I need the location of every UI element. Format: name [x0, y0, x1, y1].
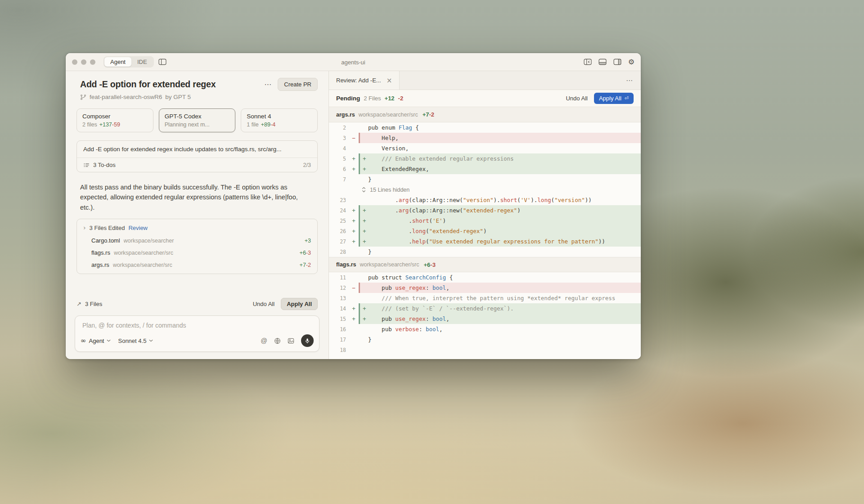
desktop-background: Agent IDE agents-ui ⚙ — [0, 0, 864, 504]
agent-summary: All tests pass and the binary builds suc… — [76, 182, 318, 212]
files-edited-label: 3 Files Edited — [90, 225, 125, 231]
model-name: Sonnet 4 — [247, 113, 312, 120]
app-window: Agent IDE agents-ui ⚙ — [66, 53, 641, 359]
todos-row[interactable]: 3 To-dos 2/3 — [77, 158, 317, 172]
create-pr-button[interactable]: Create PR — [278, 78, 318, 91]
review-menu-button[interactable]: ⋯ — [618, 71, 641, 90]
undo-all-button[interactable]: Undo All — [253, 301, 274, 307]
edited-file-row[interactable]: args.rs workspace/searcher/src +7-2 — [77, 259, 317, 271]
arrow-up-right-icon: ↗ — [76, 301, 81, 307]
diff-line: 25++ .short('E') — [329, 216, 641, 226]
diff-line: 14++ /// (set by `-E` / `--extended-rege… — [329, 303, 641, 314]
mention-at-icon[interactable]: @ — [261, 337, 267, 344]
diff-line: 2pub enum Flag { — [329, 122, 641, 133]
file-diff-stats: +7-2 — [300, 262, 311, 268]
review-undo-all-button[interactable]: Undo All — [566, 95, 587, 102]
model-status: Planning next m... — [165, 122, 210, 128]
agent-panel: Add -E option for extended regex ⋯ Creat… — [66, 71, 329, 359]
hidden-lines-expander[interactable]: 15 Lines hidden — [329, 184, 641, 195]
traffic-light-close[interactable] — [72, 59, 77, 65]
pending-removed: -2 — [398, 95, 404, 102]
review-apply-all-button[interactable]: Apply All ⏎ — [594, 93, 634, 104]
pending-added: +12 — [385, 95, 395, 102]
diff-line: 15++ pub use_regex: bool, — [329, 314, 641, 324]
panel-left-collapse-icon[interactable] — [584, 58, 592, 65]
diff-line: 27++ .help("Use extended regular express… — [329, 236, 641, 247]
infinity-icon: ∞ — [81, 337, 86, 345]
diff-line: 11pub struct SearchConfig { — [329, 272, 641, 283]
diff-line: 6++ ExtendedRegex, — [329, 164, 641, 174]
model-name: Composer — [82, 113, 148, 120]
microphone-icon — [305, 338, 310, 344]
edited-file-row[interactable]: flags.rs workspace/searcher/src +6-3 — [77, 247, 317, 259]
model-selector[interactable]: Sonnet 4.5 — [118, 338, 153, 344]
review-tabbar: Review: Add -E... × ⋯ — [329, 71, 641, 90]
review-panel: Review: Add -E... × ⋯ Pending 2 Files +1… — [329, 71, 641, 359]
diff-line: 12− pub use_regex: bool, — [329, 283, 641, 293]
file-diff-stats: +6-3 — [300, 250, 311, 256]
sidebar-toggle-icon[interactable] — [158, 58, 166, 65]
edited-file-row[interactable]: Cargo.toml workspace/searcher +3 — [77, 234, 317, 247]
model-cards: Composer 2 files +137-59 GPT-5 Codex Pla… — [66, 100, 328, 132]
titlebar-actions: ⚙ — [584, 58, 634, 66]
diff-line: 13 /// When true, interpret the pattern … — [329, 293, 641, 303]
mode-selector[interactable]: ∞ Agent — [81, 337, 111, 345]
tab-review-title: Review: Add -E... — [336, 77, 381, 84]
composer-input[interactable] — [75, 316, 319, 331]
panel-bottom-icon[interactable] — [598, 58, 607, 65]
traffic-light-minimize[interactable] — [81, 59, 86, 65]
settings-gear-icon[interactable]: ⚙ — [628, 58, 634, 66]
diff-file-header[interactable]: flags.rsworkspace/searcher/src+6-3 — [329, 257, 641, 272]
globe-icon[interactable] — [274, 338, 281, 344]
diff-line: 24++ .arg(clap::Arg::new("extended-regex… — [329, 205, 641, 216]
close-tab-icon[interactable]: × — [387, 76, 392, 85]
file-diff-stats: +6-3 — [423, 261, 435, 268]
apply-all-button[interactable]: Apply All — [281, 298, 318, 310]
review-link[interactable]: Review — [128, 225, 148, 231]
panel-right-icon[interactable] — [613, 58, 621, 65]
branch-row: feat-parallel-search-oswR6 by GPT 5 — [76, 94, 318, 100]
traffic-light-zoom[interactable] — [90, 59, 95, 65]
model-card-sonnet-4[interactable]: Sonnet 4 1 file +89-4 — [241, 108, 318, 132]
diff-line: 23 .arg(clap::Arg::new("version").short(… — [329, 195, 641, 205]
window-controls — [72, 59, 95, 65]
diff-sections: args.rsworkspace/searcher/src+7-22pub en… — [329, 107, 641, 359]
unfold-icon — [361, 187, 366, 193]
task-box[interactable]: Add -E option for extended regex include… — [76, 140, 318, 172]
model-card-composer[interactable]: Composer 2 files +137-59 — [76, 108, 153, 132]
footer-files-label: 3 Files — [85, 301, 102, 307]
return-key-icon: ⏎ — [625, 95, 629, 101]
chevron-down-icon — [149, 339, 153, 342]
pending-label: Pending — [336, 95, 360, 102]
thread-title: Add -E option for extended regex — [76, 79, 258, 90]
thread-menu-button[interactable]: ⋯ — [264, 80, 271, 89]
files-edited-box: › 3 Files Edited Review Cargo.toml works… — [76, 219, 318, 274]
model-files-count: 1 file — [247, 122, 258, 128]
tab-agent[interactable]: Agent — [104, 57, 131, 67]
mode-segmented-control: Agent IDE — [104, 56, 154, 68]
todo-list-icon — [83, 162, 90, 168]
branch-author: by GPT 5 — [165, 94, 191, 100]
pending-files-count: 2 Files — [364, 95, 381, 102]
titlebar: Agent IDE agents-ui ⚙ — [66, 53, 641, 71]
file-diff-stats: +3 — [305, 238, 311, 244]
diff-line: 17} — [329, 334, 641, 345]
window-title: agents-ui — [341, 58, 365, 65]
diff-line: 28} — [329, 247, 641, 257]
diff-line: 3− Help, — [329, 133, 641, 143]
task-text: Add -E option for extended regex include… — [77, 141, 317, 158]
files-edited-toggle[interactable]: › 3 Files Edited Review — [77, 221, 317, 234]
branch-name: feat-parallel-search-oswR6 — [90, 94, 162, 100]
tab-ide[interactable]: IDE — [131, 57, 153, 67]
model-files-count: 2 files — [82, 122, 97, 128]
file-diff-stats: +7-2 — [423, 111, 434, 118]
git-branch-icon — [80, 94, 86, 100]
image-icon[interactable] — [288, 338, 294, 344]
tab-review[interactable]: Review: Add -E... × — [329, 71, 400, 90]
model-card-gpt5-codex[interactable]: GPT-5 Codex Planning next m... — [159, 108, 236, 132]
model-name: GPT-5 Codex — [165, 113, 230, 120]
model-diff-stats: +89-4 — [261, 122, 275, 128]
pending-header: Pending 2 Files +12 -2 Undo All Apply Al… — [329, 90, 641, 107]
microphone-button[interactable] — [301, 334, 314, 347]
diff-file-header[interactable]: args.rsworkspace/searcher/src+7-2 — [329, 107, 641, 122]
